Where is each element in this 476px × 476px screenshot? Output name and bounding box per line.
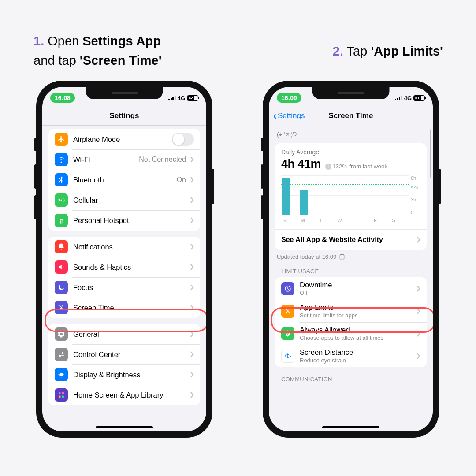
chevron-right-icon	[190, 197, 194, 203]
battery-icon: 61	[413, 95, 425, 101]
notch	[86, 87, 163, 99]
row-app-limits[interactable]: App Limits Set time limits for apps	[275, 300, 427, 322]
settings-row-control-center[interactable]: Control Center	[48, 344, 200, 364]
distance-icon	[281, 350, 294, 363]
daily-average-title: Daily Average	[281, 149, 420, 156]
chevron-right-icon	[190, 351, 194, 357]
device-label: (● ˈ⧄ˈ)ᕤ	[277, 131, 425, 138]
row-screen-distance[interactable]: Screen Distance Reduce eye strain	[275, 345, 427, 367]
chevron-right-icon	[190, 264, 194, 270]
settings-row-notifications[interactable]: Notifications	[48, 237, 200, 257]
chevron-right-icon	[190, 305, 194, 311]
up-arrow-icon: ↑	[325, 164, 331, 170]
settings-row-airplane-mode[interactable]: Airplane Mode	[48, 129, 200, 149]
settings-row-screen-time[interactable]: Screen Time	[48, 298, 200, 318]
speaker-icon	[55, 260, 68, 274]
nav-title: ‹ Settings Screen Time	[269, 106, 433, 126]
battery-icon: 62	[187, 95, 198, 101]
cellular-signal-icon	[395, 96, 402, 100]
see-all-activity-row[interactable]: See All App & Website Activity	[275, 229, 427, 250]
phone-mockup-screen-time: 16:09 4G 61 ‹ Settings Screen Time (● ˈ⧄…	[263, 81, 439, 438]
settings-row-wifi[interactable]: Wi-Fi Not Connected	[48, 149, 200, 170]
chevron-right-icon	[190, 244, 194, 250]
loading-spinner-icon	[339, 254, 345, 260]
settings-row-hotspot[interactable]: Personal Hotspot	[48, 210, 200, 231]
svg-rect-0	[59, 392, 61, 394]
daily-average-change: ↑ 132% from last week	[325, 163, 387, 170]
chevron-right-icon	[417, 308, 420, 314]
network-label: 4G	[404, 95, 412, 101]
hourglass-icon	[281, 305, 294, 318]
cellular-icon	[55, 193, 68, 207]
chevron-right-icon	[190, 156, 194, 163]
daily-average-value: 4h 41m	[281, 157, 321, 171]
usage-chart: 6h avg 3h 0	[281, 175, 420, 215]
brightness-icon	[55, 368, 68, 381]
settings-row-bluetooth[interactable]: Bluetooth On	[48, 170, 200, 190]
gear-icon	[55, 327, 68, 341]
settings-row-sounds[interactable]: Sounds & Haptics	[48, 257, 200, 277]
hourglass-icon	[55, 301, 68, 314]
bell-icon	[55, 240, 68, 253]
row-always-allowed[interactable]: Always Allowed Choose apps to allow at a…	[275, 322, 427, 345]
svg-rect-1	[62, 392, 64, 394]
chevron-right-icon	[417, 353, 420, 359]
moon-icon	[55, 281, 68, 294]
communication-header: COMMUNICATION	[281, 376, 420, 383]
settings-row-focus[interactable]: Focus	[48, 277, 200, 298]
chevron-right-icon	[190, 392, 194, 398]
row-downtime[interactable]: Downtime Off	[275, 277, 427, 300]
home-indicator	[322, 426, 379, 428]
nav-title: Settings	[42, 106, 206, 126]
phone-mockup-settings: 16:08 4G 62 Settings Airplane Mode	[36, 81, 212, 438]
chevron-right-icon	[417, 286, 420, 292]
svg-rect-2	[59, 396, 61, 398]
home-indicator	[96, 426, 153, 428]
step1-caption: 1. Open Settings App and tap 'Screen Tim…	[33, 32, 219, 70]
chevron-right-icon	[190, 284, 194, 290]
status-time-pill: 16:08	[50, 93, 75, 103]
chevron-right-icon	[190, 331, 194, 337]
chevron-right-icon	[190, 177, 194, 183]
settings-row-general[interactable]: General	[48, 324, 200, 344]
chevron-right-icon	[190, 372, 194, 378]
svg-rect-3	[62, 396, 64, 398]
step2-caption: 2. Tap 'App Limits'	[333, 42, 443, 61]
settings-row-home-screen[interactable]: Home Screen & App Library	[48, 385, 200, 405]
airplane-toggle[interactable]	[172, 133, 194, 146]
network-label: 4G	[178, 95, 185, 101]
bluetooth-icon	[55, 173, 68, 186]
daily-average-card: Daily Average 4h 41m ↑ 132% from last we…	[275, 143, 427, 250]
notch	[312, 87, 390, 99]
settings-row-display[interactable]: Display & Brightness	[48, 364, 200, 385]
status-time-pill: 16:09	[277, 93, 301, 103]
switches-icon	[55, 348, 68, 361]
grid-icon	[55, 388, 68, 402]
limit-usage-header: LIMIT USAGE	[281, 268, 420, 275]
cellular-signal-icon	[168, 96, 176, 100]
chevron-left-icon: ‹	[273, 111, 277, 121]
chevron-right-icon	[417, 237, 420, 243]
chevron-right-icon	[190, 217, 194, 223]
airplane-icon	[55, 133, 68, 146]
scroll-indicator	[430, 129, 431, 178]
updated-note: Updated today at 16:09	[277, 253, 425, 260]
shield-check-icon	[281, 327, 294, 340]
downtime-icon	[281, 282, 294, 295]
hotspot-icon	[55, 214, 68, 227]
back-button[interactable]: ‹ Settings	[273, 111, 305, 121]
chevron-right-icon	[417, 331, 420, 337]
wifi-icon	[55, 153, 68, 166]
settings-row-cellular[interactable]: Cellular	[48, 190, 200, 210]
